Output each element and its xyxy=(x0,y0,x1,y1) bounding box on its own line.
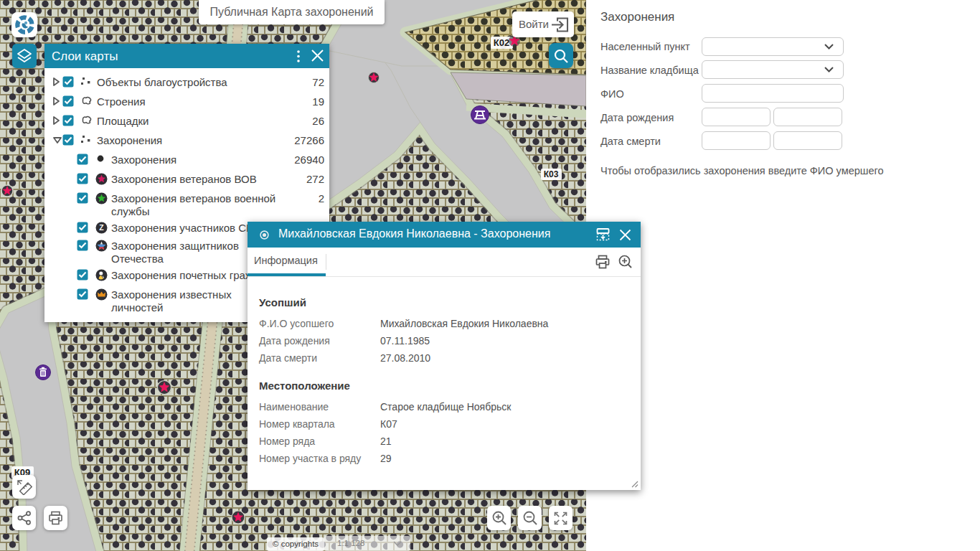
svg-text:Z: Z xyxy=(99,223,104,232)
svg-text:К03: К03 xyxy=(544,169,559,179)
svg-text:К02: К02 xyxy=(494,37,509,48)
